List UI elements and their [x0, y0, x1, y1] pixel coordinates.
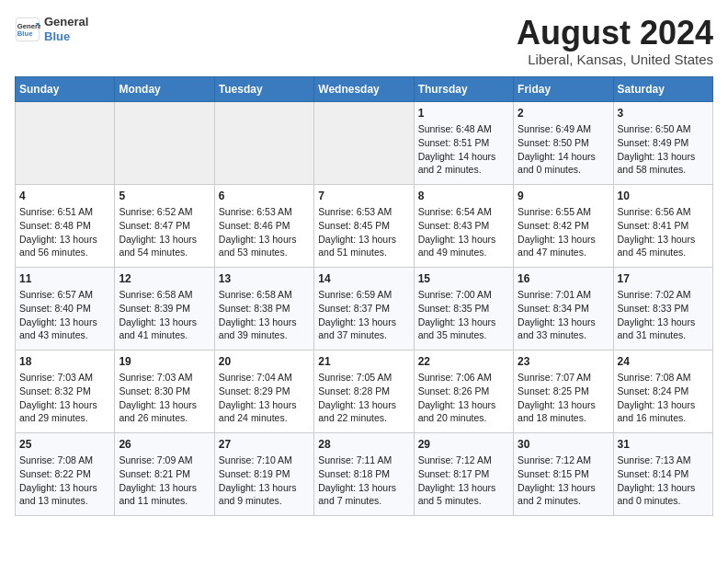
day-info: Sunset: 8:39 PM: [119, 302, 210, 316]
logo-icon: General Blue: [15, 17, 40, 42]
day-cell: 23Sunrise: 7:07 AMSunset: 8:25 PMDayligh…: [514, 350, 613, 432]
day-cell: 6Sunrise: 6:53 AMSunset: 8:46 PMDaylight…: [214, 184, 313, 267]
day-cell: 9Sunrise: 6:55 AMSunset: 8:42 PMDaylight…: [514, 184, 613, 267]
day-cell: 27Sunrise: 7:10 AMSunset: 8:19 PMDayligh…: [214, 432, 313, 515]
day-number: 18: [19, 354, 110, 370]
day-number: 20: [219, 354, 310, 370]
day-number: 14: [318, 271, 409, 287]
week-row-4: 18Sunrise: 7:03 AMSunset: 8:32 PMDayligh…: [16, 350, 713, 432]
day-info: and 5 minutes.: [418, 494, 509, 508]
day-info: and 7 minutes.: [318, 494, 409, 508]
day-info: Sunset: 8:40 PM: [19, 302, 110, 316]
day-cell: 11Sunrise: 6:57 AMSunset: 8:40 PMDayligh…: [16, 267, 115, 350]
day-info: Sunset: 8:42 PM: [518, 219, 609, 233]
day-cell: 29Sunrise: 7:12 AMSunset: 8:17 PMDayligh…: [414, 432, 513, 515]
day-info: and 29 minutes.: [19, 411, 110, 425]
day-info: Daylight: 13 hours: [318, 316, 409, 329]
week-row-2: 4Sunrise: 6:51 AMSunset: 8:48 PMDaylight…: [16, 184, 713, 267]
day-info: Sunrise: 7:03 AM: [119, 371, 210, 385]
calendar-table: SundayMondayTuesdayWednesdayThursdayFrid…: [15, 76, 713, 516]
day-cell: 19Sunrise: 7:03 AMSunset: 8:30 PMDayligh…: [115, 350, 214, 432]
day-cell: [314, 101, 414, 184]
day-info: Daylight: 13 hours: [219, 316, 310, 329]
week-row-1: 1Sunrise: 6:48 AMSunset: 8:51 PMDaylight…: [16, 101, 713, 184]
day-info: Sunset: 8:37 PM: [318, 302, 409, 316]
day-info: and 39 minutes.: [219, 328, 310, 342]
day-info: Sunrise: 7:12 AM: [518, 454, 609, 467]
day-number: 23: [518, 354, 609, 370]
day-info: Sunrise: 6:58 AM: [119, 288, 210, 302]
day-info: and 56 minutes.: [19, 246, 110, 259]
day-info: Daylight: 13 hours: [418, 481, 509, 495]
day-info: Sunrise: 6:55 AM: [518, 205, 609, 219]
day-number: 24: [618, 354, 709, 370]
day-number: 17: [618, 271, 709, 287]
day-info: Daylight: 13 hours: [518, 481, 609, 495]
day-info: Sunrise: 7:08 AM: [19, 454, 110, 467]
day-info: and 16 minutes.: [618, 411, 709, 425]
day-number: 22: [418, 354, 509, 370]
day-cell: [214, 101, 313, 184]
day-info: Sunset: 8:48 PM: [19, 219, 110, 233]
day-info: and 22 minutes.: [318, 411, 409, 425]
day-info: Daylight: 13 hours: [119, 233, 210, 247]
svg-text:General: General: [17, 21, 40, 29]
day-info: Daylight: 13 hours: [418, 316, 509, 329]
col-header-friday: Friday: [514, 76, 613, 101]
day-number: 7: [318, 189, 409, 204]
day-info: Daylight: 13 hours: [618, 150, 709, 164]
day-info: Sunset: 8:29 PM: [219, 385, 310, 398]
day-number: 15: [418, 271, 509, 287]
day-info: Daylight: 13 hours: [119, 316, 210, 329]
day-number: 6: [219, 189, 310, 204]
day-info: Sunset: 8:17 PM: [418, 467, 509, 481]
day-number: 13: [219, 271, 310, 287]
day-info: and 53 minutes.: [219, 246, 310, 259]
logo: General Blue General Blue: [15, 15, 88, 43]
day-info: Sunrise: 6:50 AM: [618, 122, 709, 136]
day-info: Sunset: 8:41 PM: [618, 219, 709, 233]
day-info: Sunrise: 6:56 AM: [618, 205, 709, 219]
day-info: Daylight: 13 hours: [219, 398, 310, 412]
day-info: Sunrise: 7:12 AM: [418, 454, 509, 467]
day-cell: 20Sunrise: 7:04 AMSunset: 8:29 PMDayligh…: [214, 350, 313, 432]
day-info: Sunset: 8:38 PM: [219, 302, 310, 316]
day-number: 19: [119, 354, 210, 370]
logo-line2: Blue: [44, 29, 88, 44]
logo-line1: General: [44, 15, 88, 29]
day-info: Daylight: 14 hours: [518, 150, 609, 164]
day-info: and 26 minutes.: [119, 411, 210, 425]
day-cell: 25Sunrise: 7:08 AMSunset: 8:22 PMDayligh…: [16, 432, 115, 515]
week-row-5: 25Sunrise: 7:08 AMSunset: 8:22 PMDayligh…: [16, 432, 713, 515]
subtitle: Liberal, Kansas, United States: [517, 52, 713, 67]
col-header-saturday: Saturday: [613, 76, 712, 101]
day-number: 26: [119, 437, 210, 453]
day-info: Sunrise: 7:02 AM: [618, 288, 709, 302]
day-info: Sunrise: 7:13 AM: [618, 454, 709, 467]
day-cell: 28Sunrise: 7:11 AMSunset: 8:18 PMDayligh…: [314, 432, 414, 515]
day-info: Daylight: 13 hours: [219, 481, 310, 495]
day-info: and 2 minutes.: [418, 163, 509, 177]
day-info: Sunset: 8:43 PM: [418, 219, 509, 233]
day-info: Daylight: 13 hours: [418, 398, 509, 412]
day-cell: 8Sunrise: 6:54 AMSunset: 8:43 PMDaylight…: [414, 184, 513, 267]
day-info: Sunset: 8:19 PM: [219, 467, 310, 481]
day-info: Sunset: 8:30 PM: [119, 385, 210, 398]
day-info: Sunset: 8:25 PM: [518, 385, 609, 398]
day-info: Daylight: 13 hours: [119, 398, 210, 412]
day-info: Daylight: 13 hours: [318, 481, 409, 495]
day-info: Sunrise: 6:58 AM: [219, 288, 310, 302]
day-number: 31: [618, 437, 709, 453]
day-info: Daylight: 13 hours: [19, 481, 110, 495]
day-info: Sunset: 8:21 PM: [119, 467, 210, 481]
day-info: and 33 minutes.: [518, 328, 609, 342]
day-info: Daylight: 13 hours: [19, 316, 110, 329]
day-info: and 58 minutes.: [618, 163, 709, 177]
day-number: 11: [19, 271, 110, 287]
day-cell: 22Sunrise: 7:06 AMSunset: 8:26 PMDayligh…: [414, 350, 513, 432]
day-info: Daylight: 13 hours: [318, 233, 409, 247]
day-info: Sunset: 8:18 PM: [318, 467, 409, 481]
logo-text: General Blue: [44, 15, 88, 43]
day-info: Daylight: 13 hours: [518, 398, 609, 412]
day-info: Sunrise: 6:49 AM: [518, 122, 609, 136]
